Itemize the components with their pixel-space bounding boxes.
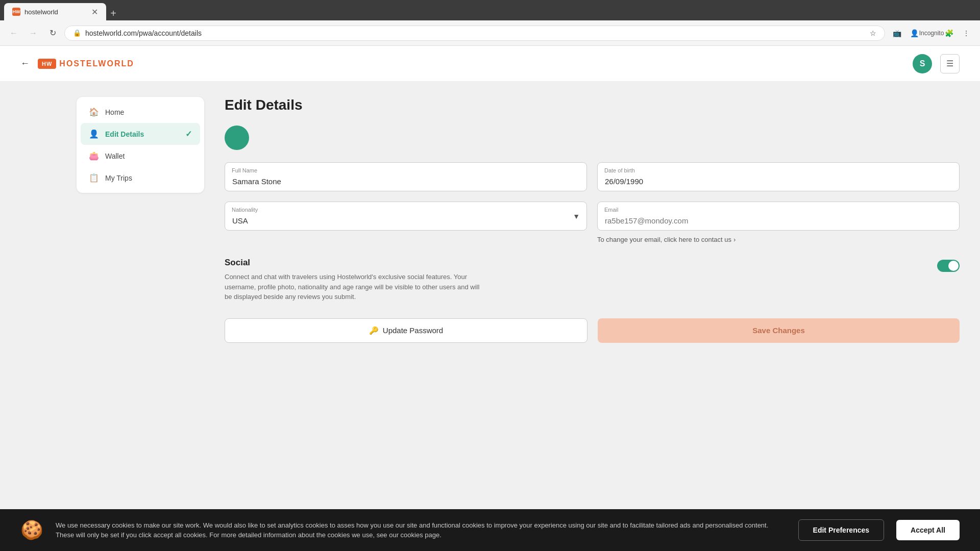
- action-buttons: 🔑 Update Password Save Changes: [225, 318, 960, 343]
- social-title: Social: [225, 258, 480, 268]
- avatar-section: [225, 126, 960, 150]
- sidebar-item-edit-details-label: Edit Details: [105, 130, 144, 138]
- social-description: Connect and chat with travelers using Ho…: [225, 272, 480, 302]
- dob-group: Date of birth: [597, 162, 960, 191]
- star-icon[interactable]: ☆: [870, 29, 876, 37]
- full-name-input[interactable]: [225, 162, 587, 191]
- sidebar-item-home-label: Home: [105, 108, 124, 116]
- save-changes-button[interactable]: Save Changes: [598, 318, 960, 343]
- logo-box: HW: [38, 59, 56, 69]
- logo[interactable]: HW HOSTELWORLD: [38, 59, 134, 69]
- nationality-select[interactable]: USA UK Australia Canada: [225, 202, 587, 231]
- sidebar-item-edit-details[interactable]: 👤 Edit Details ✓: [81, 123, 200, 145]
- page-title: Edit Details: [225, 97, 960, 113]
- cookie-icon: 🍪: [20, 519, 43, 541]
- wallet-icon: 👛: [89, 151, 99, 161]
- active-tab[interactable]: HW hostelworld ✕: [4, 3, 106, 20]
- cookie-banner: 🍪 We use necessary cookies to make our s…: [0, 509, 980, 551]
- key-icon: 🔑: [369, 326, 379, 335]
- sidebar-item-my-trips-label: My Trips: [105, 174, 132, 182]
- sidebar-item-wallet-label: Wallet: [105, 152, 125, 160]
- tab-favicon: HW: [12, 8, 20, 16]
- incognito-label: Incognito: [924, 26, 939, 41]
- reload-button[interactable]: ↻: [45, 26, 60, 41]
- home-icon: 🏠: [89, 107, 99, 117]
- name-dob-row: Full Name Date of birth: [225, 162, 960, 191]
- check-icon: ✓: [185, 129, 192, 139]
- top-navigation: ← HW HOSTELWORLD S ☰: [0, 46, 980, 82]
- main-layout: 🏠 Home 👤 Edit Details ✓ 👛 Wallet 📋 My Tr…: [0, 82, 980, 551]
- social-toggle[interactable]: [937, 260, 960, 272]
- forward-button[interactable]: →: [26, 26, 41, 41]
- tab-title: hostelworld: [24, 8, 87, 16]
- accept-all-button[interactable]: Accept All: [896, 520, 960, 540]
- save-changes-label: Save Changes: [752, 326, 805, 335]
- main-content: Edit Details Full Name Date of birth Nat…: [204, 82, 980, 551]
- new-tab-button[interactable]: +: [106, 6, 120, 20]
- sidebar-item-home[interactable]: 🏠 Home: [81, 101, 200, 123]
- email-input[interactable]: [597, 202, 960, 231]
- hamburger-menu-button[interactable]: ☰: [940, 54, 960, 73]
- email-change-text: To change your email, click here to cont…: [597, 236, 731, 243]
- cookie-text: We use necessary cookies to make our sit…: [56, 520, 786, 540]
- back-button[interactable]: ←: [6, 26, 21, 41]
- sidebar-item-wallet[interactable]: 👛 Wallet: [81, 145, 200, 167]
- sidebar-item-my-trips[interactable]: 📋 My Trips: [81, 167, 200, 189]
- address-bar[interactable]: 🔒 hostelworld.com/pwa/account/details ☆: [64, 26, 885, 41]
- extensions-icon[interactable]: 🧩: [941, 26, 957, 41]
- update-password-button[interactable]: 🔑 Update Password: [225, 318, 587, 343]
- cast-icon[interactable]: 📺: [889, 26, 904, 41]
- ssl-lock-icon: 🔒: [73, 29, 81, 37]
- update-password-label: Update Password: [383, 326, 443, 335]
- dob-input[interactable]: [597, 162, 960, 191]
- nationality-group: Nationality USA UK Australia Canada ▼: [225, 202, 587, 231]
- sidebar: 🏠 Home 👤 Edit Details ✓ 👛 Wallet 📋 My Tr…: [77, 97, 204, 193]
- back-navigation-button[interactable]: ←: [20, 58, 30, 69]
- logo-text: HOSTELWORLD: [59, 59, 134, 68]
- url-text: hostelworld.com/pwa/account/details: [85, 29, 866, 37]
- social-section: Social Connect and chat with travelers u…: [225, 254, 960, 302]
- menu-icon[interactable]: ⋮: [959, 26, 974, 41]
- trips-icon: 📋: [89, 173, 99, 183]
- arrow-icon: ›: [733, 236, 736, 243]
- full-name-group: Full Name: [225, 162, 587, 191]
- email-change-link[interactable]: To change your email, click here to cont…: [597, 236, 960, 243]
- tab-close-button[interactable]: ✕: [91, 7, 98, 17]
- user-avatar[interactable]: S: [913, 54, 932, 73]
- avatar[interactable]: [225, 126, 249, 150]
- email-group: Email: [597, 202, 960, 231]
- nationality-email-row: Nationality USA UK Australia Canada ▼ Em…: [225, 202, 960, 231]
- user-icon: 👤: [89, 129, 99, 139]
- edit-preferences-button[interactable]: Edit Preferences: [798, 519, 885, 541]
